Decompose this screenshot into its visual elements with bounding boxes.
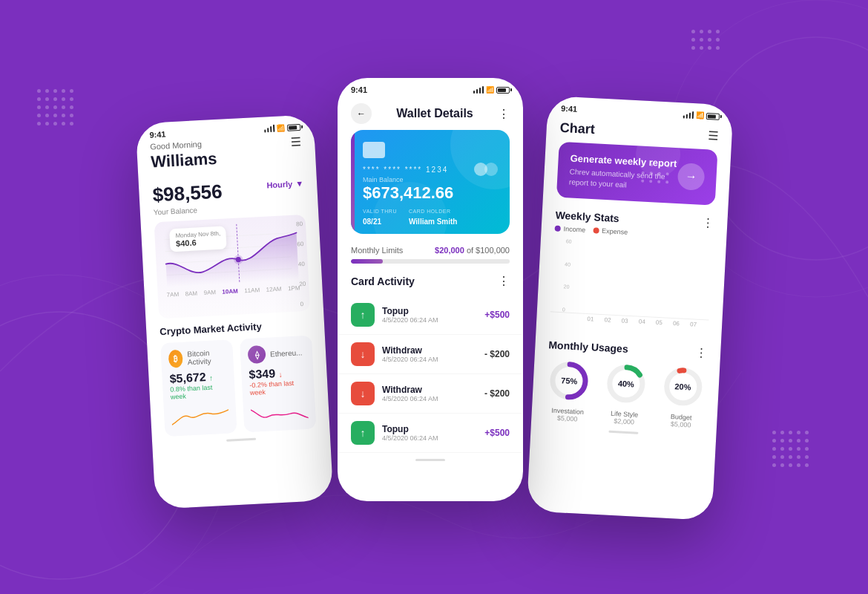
- monthly-options[interactable]: ⋮: [695, 345, 708, 360]
- wallet-title: Wallet Details: [396, 107, 473, 120]
- usage-circles: 75% Investation $5,000 40% Life Style $2…: [533, 356, 718, 430]
- transaction-amount: +$500: [484, 428, 510, 438]
- donut-investation: 75%: [546, 357, 593, 404]
- scroll-indicator: [226, 438, 256, 442]
- battery-icon: [287, 123, 300, 131]
- eth-arrow-down: ↓: [278, 371, 283, 379]
- card-balance-label: Main Balance: [363, 176, 498, 183]
- transaction-info: Withdraw 4/5/2020 06:24 AM: [382, 345, 484, 363]
- report-dots: [641, 163, 673, 186]
- income-dot: [554, 226, 560, 232]
- credit-card: **** **** **** 1234 Main Balance $673,41…: [351, 130, 510, 234]
- btc-change: 0.8% than last week: [170, 383, 228, 401]
- eth-icon: ⟠: [247, 345, 266, 364]
- limits-total: of $100,000: [467, 246, 510, 255]
- card-holder: William Smith: [409, 218, 457, 226]
- limits-fill: [351, 259, 383, 264]
- report-arrow-button[interactable]: →: [677, 163, 706, 191]
- btc-sparkline: [171, 404, 229, 429]
- status-icons-middle: 📶: [473, 86, 510, 94]
- stats-options[interactable]: ⋮: [702, 215, 714, 230]
- wallet-header: ← Wallet Details ⋮: [339, 97, 522, 130]
- time-middle: 9:41: [351, 85, 367, 94]
- transaction-amount: - $200: [484, 349, 510, 359]
- time-right: 9:41: [561, 104, 578, 114]
- transaction-info: Topup 4/5/2020 06:24 AM: [382, 306, 484, 324]
- phone-middle: 9:41 📶 ← Wallet Details ⋮ **** **** ****…: [338, 78, 523, 501]
- transactions-list: ↑ Topup 4/5/2020 06:24 AM +$500 ↓ Withdr…: [339, 296, 522, 453]
- y-axis: 6040200: [562, 238, 572, 312]
- usage-lifestyle: 40% Life Style $2,000: [602, 360, 649, 426]
- wifi-icon: 📶: [696, 111, 705, 120]
- battery-icon: [496, 87, 510, 94]
- activity-header: Card Activity ⋮: [339, 274, 522, 288]
- market-title: Crypto Market Activity: [160, 319, 312, 338]
- status-icons-right: 📶: [683, 111, 720, 120]
- card-holder-label: CARD HOLDER: [409, 209, 457, 214]
- weekly-stats-title: Weekly Stats: [555, 209, 619, 223]
- eth-change: -0.2% than last week: [249, 379, 307, 396]
- hourly-button[interactable]: Hourly ▼: [266, 179, 303, 190]
- donut-lifestyle: 40%: [602, 360, 649, 407]
- chart-x-labels: 7AM 8AM 9AM 10AM 11AM 12AM 1PM: [164, 284, 303, 298]
- signal-icon: [683, 111, 694, 119]
- limits-label: Monthly Limits: [351, 246, 403, 255]
- wifi-icon: 📶: [277, 124, 286, 132]
- phone-right: 9:41 📶 Chart ☰ Generate weekly report Ch…: [527, 96, 734, 520]
- balance-chart: Monday Nov 8th, $40.6 80 60 40 20 0: [154, 215, 311, 319]
- balance-amount: $98,556: [152, 180, 223, 207]
- income-legend: Income: [554, 225, 585, 234]
- activity-title: Card Activity: [351, 275, 415, 287]
- signal-icon: [473, 86, 484, 94]
- card-balance: $673,412.66: [363, 183, 498, 203]
- transaction-info: Withdraw 4/5/2020 06:24 AM: [382, 385, 484, 402]
- transaction-info: Topup 4/5/2020 06:24 AM: [382, 424, 484, 442]
- expense-legend: Expense: [593, 226, 628, 235]
- donut-budget: 20%: [660, 363, 706, 410]
- username-text: Williams: [151, 149, 217, 172]
- transaction-item: ↑ Topup 4/5/2020 06:24 AM +$500: [339, 414, 522, 453]
- wifi-icon: 📶: [486, 86, 494, 94]
- bar-chart-inner: 6040200: [550, 238, 713, 321]
- limits-progress: [351, 259, 510, 264]
- valid-thru-label: VALID THRU: [363, 209, 397, 214]
- chart-options[interactable]: ☰: [708, 128, 719, 143]
- battery-icon: [706, 113, 720, 120]
- topup-icon: ↑: [351, 421, 375, 445]
- usage-investation: 75% Investation $5,000: [545, 357, 592, 423]
- status-bar-middle: 9:41 📶: [339, 79, 522, 97]
- card-footer: VALID THRU 08/21 CARD HOLDER William Smi…: [363, 209, 498, 227]
- card-chip: [363, 142, 385, 158]
- chevron-down-icon: ▼: [295, 179, 304, 189]
- chart-title: Chart: [559, 120, 595, 137]
- withdraw-icon: ↓: [351, 342, 375, 366]
- activity-options[interactable]: ⋮: [498, 274, 510, 288]
- status-icons-left: 📶: [263, 123, 300, 133]
- btc-arrow-up: ↑: [209, 374, 214, 382]
- transaction-item: ↓ Withdraw 4/5/2020 06:24 AM - $200: [339, 335, 522, 374]
- eth-sparkline: [250, 399, 308, 425]
- back-button[interactable]: ←: [351, 103, 372, 124]
- crypto-cards: ₿ Bitcoin Activity $5,672 ↑ 0.8% than la…: [160, 336, 316, 437]
- time-left: 9:41: [149, 130, 166, 140]
- btc-icon: ₿: [168, 350, 184, 368]
- transaction-amount: +$500: [484, 310, 510, 320]
- expense-dot: [593, 227, 599, 233]
- transaction-item: ↓ Withdraw 4/5/2020 06:24 AM - $200: [339, 374, 522, 414]
- scroll-indicator: [608, 431, 638, 434]
- topup-icon: ↑: [351, 303, 375, 327]
- monthly-title: Monthly Usages: [548, 339, 628, 355]
- transaction-item: ↑ Topup 4/5/2020 06:24 AM +$500: [339, 296, 522, 335]
- report-card[interactable]: Generate weekly report Chrev automatical…: [556, 142, 718, 206]
- balance-label: Your Balance: [154, 205, 223, 217]
- menu-icon[interactable]: ☰: [291, 134, 302, 149]
- chart-y-labels: 80 60 40 20 0: [296, 221, 307, 307]
- signal-icon: [263, 125, 274, 133]
- transaction-amount: - $200: [484, 388, 510, 399]
- btc-card: ₿ Bitcoin Activity $5,672 ↑ 0.8% than la…: [160, 339, 237, 437]
- chart-tooltip: Monday Nov 8th, $40.6: [169, 226, 227, 252]
- usage-budget: 20% Budget $5,000: [659, 363, 706, 429]
- eth-card: ⟠ Ethereu... $349 ↓ -0.2% than last week: [240, 336, 316, 433]
- scroll-indicator: [415, 459, 445, 461]
- options-menu[interactable]: ⋮: [498, 107, 510, 121]
